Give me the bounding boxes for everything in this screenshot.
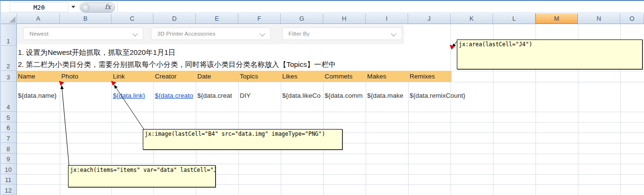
header-date[interactable]: Date: [197, 71, 211, 82]
select-all-triangle-icon: [9, 16, 15, 23]
name-box-dropdown-icon[interactable]: [71, 6, 75, 10]
select-all-button[interactable]: [0, 13, 17, 24]
column-header-c[interactable]: C: [111, 13, 153, 24]
formula-bar-divider: [117, 2, 118, 12]
header-name[interactable]: Name: [18, 71, 35, 82]
chevron-down-icon: [260, 31, 265, 36]
filter-by-dropdown[interactable]: Filter By: [282, 27, 402, 40]
column-header-i[interactable]: I: [366, 13, 408, 24]
row-header-7[interactable]: 7: [0, 132, 16, 143]
capsule-knob-icon: [82, 4, 90, 12]
cell-d4-creator[interactable]: ${data.creato: [155, 92, 195, 102]
chevron-down-icon: [391, 31, 396, 36]
filter-by-dropdown-label: Filter By: [288, 31, 310, 37]
name-box-value: M20: [33, 4, 44, 11]
formula-bar-input[interactable]: [118, 2, 642, 12]
cell-f4-topics[interactable]: DIY: [240, 92, 278, 102]
column-header-j[interactable]: J: [408, 13, 451, 24]
comment-jx-image[interactable]: jx:image(lastCell="B4" src="data.img" im…: [143, 129, 343, 150]
header-creator[interactable]: Creator: [155, 71, 177, 82]
column-header-l[interactable]: L: [493, 13, 535, 24]
header-photo[interactable]: Photo: [61, 71, 78, 82]
instruction-line-1: 1. 设置为Newest开始抓取，抓取至2020年1月1日: [18, 47, 176, 58]
column-header-o[interactable]: O: [620, 13, 644, 24]
header-commets[interactable]: Commets: [325, 71, 353, 82]
column-header-h[interactable]: H: [323, 13, 366, 24]
header-makes[interactable]: Makes: [367, 71, 386, 82]
row-header-10[interactable]: 10: [0, 164, 16, 174]
row-header-1[interactable]: 1: [0, 24, 16, 46]
insert-function-icon[interactable]: fx: [105, 3, 111, 11]
row-header-6[interactable]: 6: [0, 122, 16, 132]
column-header-a[interactable]: A: [17, 13, 60, 24]
instruction-line-2: 2. 第二栏为小类目分类，需要分别抓取每个小分类，同时将该小类目分类名称放入【T…: [18, 59, 336, 70]
header-remixes[interactable]: Remixes: [410, 71, 435, 82]
column-header-row: A B C D E F G H I J K L M N O: [0, 13, 644, 24]
sort-dropdown-label: Newest: [29, 31, 49, 37]
row-header-11[interactable]: 11: [0, 174, 16, 184]
column-header-g[interactable]: G: [281, 13, 323, 24]
row-header-5[interactable]: 5: [0, 112, 16, 122]
cell-e4-date[interactable]: ${data.creat: [197, 92, 238, 102]
excel-window: M20 fx A B C D E F G H I J K L M N O 1 2…: [0, 0, 644, 195]
category-dropdown[interactable]: 3D Printer Accessories: [151, 27, 271, 40]
row-header-12[interactable]: 12: [0, 184, 16, 195]
column-header-m-selected[interactable]: M: [535, 13, 578, 24]
column-header-f[interactable]: F: [238, 13, 281, 24]
header-link[interactable]: Link: [113, 71, 125, 82]
comment-jx-area[interactable]: jx:area(lastCell="J4"): [457, 39, 643, 69]
cell-c4-link[interactable]: ${data.link}: [113, 92, 152, 102]
cell-i4-makes[interactable]: ${data.make: [367, 92, 408, 102]
category-dropdown-label: 3D Printer Accessories: [157, 31, 216, 37]
cell-g4-likes[interactable]: ${data.likeCo: [282, 92, 323, 102]
column-header-k[interactable]: K: [451, 13, 493, 24]
column-header-e[interactable]: E: [196, 13, 238, 24]
formula-bar-row: M20 fx: [1, 1, 644, 13]
row-header-2[interactable]: 2: [0, 46, 16, 71]
header-likes[interactable]: Likes: [282, 71, 298, 82]
row-header-9[interactable]: 9: [0, 154, 16, 164]
chevron-down-icon: [132, 31, 137, 36]
cell-j4-remixcount[interactable]: ${data.remixCount}: [410, 92, 477, 102]
filter-strip: Newest 3D Printer Accessories Filter By: [17, 25, 404, 44]
row-header-8[interactable]: 8: [0, 143, 16, 154]
cell-h4-comments[interactable]: ${data.comm: [325, 92, 365, 102]
row-header-column: 1 2 3 4 5 6 7 8 9 10 11 12: [0, 24, 17, 195]
comment-jx-each[interactable]: jx:each(items="items" var="data" lastCel…: [68, 165, 216, 187]
function-capsule: fx: [80, 2, 115, 13]
row-header-4[interactable]: 4: [0, 82, 16, 112]
sort-dropdown[interactable]: Newest: [23, 27, 143, 40]
column-header-b[interactable]: B: [60, 13, 111, 24]
name-box[interactable]: M20: [10, 2, 69, 12]
column-header-n[interactable]: N: [578, 13, 620, 24]
row-header-3[interactable]: 3: [0, 71, 16, 82]
table-header-row: Name Photo Link Creator Date Topics Like…: [17, 71, 452, 82]
column-header-d[interactable]: D: [153, 13, 196, 24]
header-topics[interactable]: Topics: [240, 71, 258, 82]
window-left-edge: [0, 1, 1, 195]
cell-a4-name[interactable]: ${data.name}: [18, 92, 59, 102]
